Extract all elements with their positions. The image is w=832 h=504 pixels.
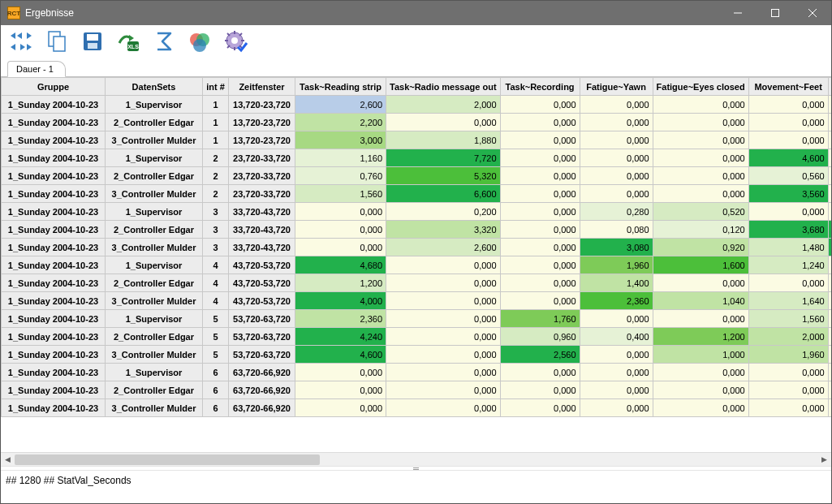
cell-gruppe[interactable]: 1_Sunday 2004-10-23 xyxy=(2,96,106,114)
cell-zeit[interactable]: 63,720-66,920 xyxy=(229,399,295,417)
cell-eyes[interactable]: 0,000 xyxy=(653,274,748,292)
cell-radio[interactable]: 2,000 xyxy=(386,96,501,114)
cell-reading[interactable]: 2,600 xyxy=(295,96,386,114)
horizontal-scrollbar[interactable]: ◀ ▶ xyxy=(1,452,831,466)
cell-extra[interactable] xyxy=(828,399,831,417)
cell-rec[interactable]: 0,000 xyxy=(500,167,580,185)
cell-gruppe[interactable]: 1_Sunday 2004-10-23 xyxy=(2,346,106,364)
cell-feet[interactable]: 0,000 xyxy=(748,274,828,292)
cell-eyes[interactable]: 0,000 xyxy=(653,167,748,185)
table-row[interactable]: 1_Sunday 2004-10-232_Controller Edgar443… xyxy=(2,274,832,292)
table-row[interactable]: 1_Sunday 2004-10-232_Controller Edgar333… xyxy=(2,221,832,239)
cell-eyes[interactable]: 0,920 xyxy=(653,239,748,256)
cell-yawn[interactable]: 0,000 xyxy=(580,185,653,203)
cell-rec[interactable]: 0,000 xyxy=(500,131,580,149)
cell-int[interactable]: 3 xyxy=(203,239,229,256)
cell-gruppe[interactable]: 1_Sunday 2004-10-23 xyxy=(2,131,106,149)
cell-yawn[interactable]: 1,400 xyxy=(580,274,653,292)
cell-daten[interactable]: 2_Controller Edgar xyxy=(106,274,203,292)
cell-feet[interactable]: 1,240 xyxy=(748,256,828,274)
titlebar[interactable]: RCT Ergebnisse xyxy=(1,1,831,25)
cell-feet[interactable]: 3,560 xyxy=(748,185,828,203)
cell-zeit[interactable]: 33,720-43,720 xyxy=(229,221,295,239)
cell-eyes[interactable]: 0,120 xyxy=(653,221,748,239)
cell-rec[interactable]: 1,760 xyxy=(500,310,580,328)
cell-extra[interactable] xyxy=(828,131,831,149)
cell-extra[interactable] xyxy=(828,256,831,274)
cell-zeit[interactable]: 53,720-63,720 xyxy=(229,346,295,364)
cell-rec[interactable]: 0,000 xyxy=(500,381,580,399)
cell-gruppe[interactable]: 1_Sunday 2004-10-23 xyxy=(2,292,106,310)
cell-yawn[interactable]: 0,280 xyxy=(580,203,653,221)
close-button[interactable] xyxy=(794,1,831,25)
cell-extra[interactable] xyxy=(828,203,831,221)
cell-int[interactable]: 1 xyxy=(203,131,229,149)
cell-int[interactable]: 2 xyxy=(203,149,229,167)
cell-reading[interactable]: 2,360 xyxy=(295,310,386,328)
cell-daten[interactable]: 2_Controller Edgar xyxy=(106,381,203,399)
cell-int[interactable]: 4 xyxy=(203,292,229,310)
cell-feet[interactable]: 4,600 xyxy=(748,149,828,167)
cell-extra[interactable] xyxy=(828,328,831,346)
cell-gruppe[interactable]: 1_Sunday 2004-10-23 xyxy=(2,114,106,131)
cell-radio[interactable]: 1,880 xyxy=(386,131,501,149)
cell-rec[interactable]: 0,000 xyxy=(500,149,580,167)
cell-int[interactable]: 4 xyxy=(203,256,229,274)
cell-gruppe[interactable]: 1_Sunday 2004-10-23 xyxy=(2,203,106,221)
cell-feet[interactable]: 1,480 xyxy=(748,239,828,256)
cell-zeit[interactable]: 43,720-53,720 xyxy=(229,274,295,292)
cell-rec[interactable]: 0,000 xyxy=(500,399,580,417)
cell-zeit[interactable]: 23,720-33,720 xyxy=(229,149,295,167)
cell-radio[interactable]: 0,000 xyxy=(386,274,501,292)
cell-feet[interactable]: 0,000 xyxy=(748,131,828,149)
cell-feet[interactable]: 1,960 xyxy=(748,346,828,364)
cell-yawn[interactable]: 0,000 xyxy=(580,399,653,417)
cell-radio[interactable]: 0,000 xyxy=(386,114,501,131)
col-int[interactable]: int # xyxy=(203,78,229,96)
col-feet[interactable]: Movement~Feet xyxy=(748,78,828,96)
cell-gruppe[interactable]: 1_Sunday 2004-10-23 xyxy=(2,256,106,274)
cell-rec[interactable]: 0,000 xyxy=(500,256,580,274)
table-row[interactable]: 1_Sunday 2004-10-233_Controller Mulder44… xyxy=(2,292,832,310)
cell-yawn[interactable]: 0,000 xyxy=(580,167,653,185)
cell-reading[interactable]: 4,240 xyxy=(295,328,386,346)
table-row[interactable]: 1_Sunday 2004-10-231_Supervisor223,720-3… xyxy=(2,149,832,167)
cell-extra[interactable] xyxy=(828,364,831,381)
table-row[interactable]: 1_Sunday 2004-10-231_Supervisor663,720-6… xyxy=(2,364,832,381)
table-row[interactable]: 1_Sunday 2004-10-231_Supervisor333,720-4… xyxy=(2,203,832,221)
cell-yawn[interactable]: 2,360 xyxy=(580,292,653,310)
cell-rec[interactable]: 0,000 xyxy=(500,292,580,310)
tab-dauer-1[interactable]: Dauer - 1 xyxy=(7,61,66,77)
cell-extra[interactable] xyxy=(828,221,831,239)
cell-feet[interactable]: 0,560 xyxy=(748,167,828,185)
cell-zeit[interactable]: 43,720-53,720 xyxy=(229,256,295,274)
venn-button[interactable] xyxy=(186,28,213,55)
cell-daten[interactable]: 3_Controller Mulder xyxy=(106,346,203,364)
sum-button[interactable] xyxy=(150,28,178,55)
cell-daten[interactable]: 2_Controller Edgar xyxy=(106,114,203,131)
cell-rec[interactable]: 0,000 xyxy=(500,203,580,221)
cell-zeit[interactable]: 43,720-53,720 xyxy=(229,292,295,310)
cell-radio[interactable]: 0,200 xyxy=(386,203,501,221)
table-row[interactable]: 1_Sunday 2004-10-232_Controller Edgar113… xyxy=(2,114,832,131)
table-row[interactable]: 1_Sunday 2004-10-233_Controller Mulder22… xyxy=(2,185,832,203)
cell-reading[interactable]: 1,200 xyxy=(295,274,386,292)
cell-radio[interactable]: 3,320 xyxy=(386,221,501,239)
cell-int[interactable]: 5 xyxy=(203,310,229,328)
cell-rec[interactable]: 0,000 xyxy=(500,274,580,292)
cell-radio[interactable]: 0,000 xyxy=(386,292,501,310)
table-row[interactable]: 1_Sunday 2004-10-232_Controller Edgar223… xyxy=(2,167,832,185)
cell-feet[interactable]: 3,680 xyxy=(748,221,828,239)
cell-yawn[interactable]: 0,080 xyxy=(580,221,653,239)
cell-reading[interactable]: 3,000 xyxy=(295,131,386,149)
cell-rec[interactable]: 0,000 xyxy=(500,114,580,131)
cell-yawn[interactable]: 0,000 xyxy=(580,114,653,131)
cell-zeit[interactable]: 33,720-43,720 xyxy=(229,203,295,221)
cell-reading[interactable]: 1,160 xyxy=(295,149,386,167)
col-rec[interactable]: Task~Recording xyxy=(500,78,580,96)
cell-daten[interactable]: 3_Controller Mulder xyxy=(106,185,203,203)
cell-feet[interactable]: 0,000 xyxy=(748,381,828,399)
cell-extra[interactable] xyxy=(828,292,831,310)
cell-feet[interactable]: 0,000 xyxy=(748,96,828,114)
cell-zeit[interactable]: 63,720-66,920 xyxy=(229,381,295,399)
